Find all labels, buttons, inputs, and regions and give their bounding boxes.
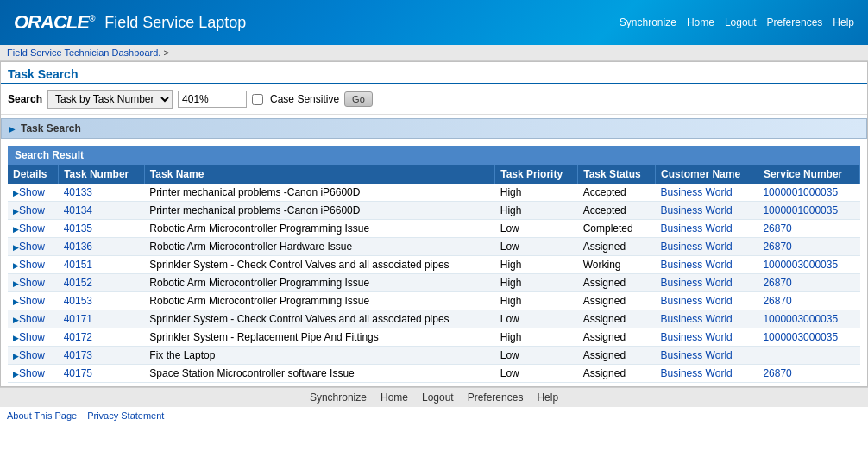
footer-home-link[interactable]: Home [381, 391, 408, 404]
show-link[interactable]: Show [19, 295, 45, 307]
task-number-link[interactable]: 40172 [64, 331, 92, 343]
footer-nav: Synchronize Home Logout Preferences Help [0, 387, 868, 407]
task-priority-cell: High [495, 256, 578, 274]
show-link[interactable]: Show [19, 186, 45, 198]
details-arrow-icon: ▶ [13, 225, 19, 234]
case-sensitive-checkbox[interactable] [252, 94, 263, 105]
table-row: ▶Show40135Robotic Arm Microcontroller Pr… [8, 220, 860, 238]
service-number-link[interactable]: 26870 [763, 241, 791, 253]
service-number-link[interactable]: 26870 [763, 295, 791, 307]
task-number-link[interactable]: 40134 [64, 204, 92, 216]
details-arrow-icon: ▶ [13, 334, 19, 342]
footer-synchronize-link[interactable]: Synchronize [310, 391, 367, 404]
customer-name-link[interactable]: Business World [661, 241, 733, 253]
customer-name-link[interactable]: Business World [661, 222, 733, 235]
table-row: ▶Show40175Space Station Microcontroller … [8, 365, 860, 383]
task-search-section-label: Task Search [21, 122, 81, 135]
col-service-number: Service Number [758, 165, 859, 184]
details-cell: ▶Show [8, 347, 59, 365]
table-row: ▶Show40171Sprinkler System - Check Contr… [8, 310, 860, 328]
task-priority-cell: Low [495, 238, 578, 256]
show-link[interactable]: Show [19, 222, 45, 235]
task-number-link[interactable]: 40175 [64, 367, 92, 379]
task-number-link[interactable]: 40171 [64, 313, 92, 325]
service-number-link[interactable]: 26870 [763, 222, 791, 235]
customer-name-link[interactable]: Business World [661, 313, 733, 325]
customer-name-link[interactable]: Business World [661, 349, 733, 361]
show-link[interactable]: Show [19, 313, 45, 325]
customer-name-link[interactable]: Business World [661, 204, 733, 216]
show-link[interactable]: Show [19, 259, 45, 271]
task-number-link[interactable]: 40136 [64, 241, 92, 253]
task-number-link[interactable]: 40173 [64, 349, 92, 361]
col-task-status: Task Status [578, 165, 656, 184]
task-name-cell: Sprinkler System - Replacement Pipe And … [144, 328, 494, 347]
task-name-cell: Fix the Laptop [144, 347, 494, 365]
task-status-cell: Assigned [578, 238, 656, 256]
task-priority-cell: High [495, 292, 578, 310]
about-page-link[interactable]: About This Page [7, 410, 77, 421]
customer-name-link[interactable]: Business World [661, 295, 733, 307]
table-row: ▶Show40151Sprinkler System - Check Contr… [8, 256, 860, 274]
show-link[interactable]: Show [19, 204, 45, 216]
customer-name-link[interactable]: Business World [661, 331, 733, 343]
task-search-section-header[interactable]: ▶ Task Search [1, 118, 867, 139]
go-button[interactable]: Go [344, 91, 373, 107]
show-link[interactable]: Show [19, 367, 45, 379]
details-cell: ▶Show [8, 310, 59, 328]
task-status-cell: Accepted [578, 202, 656, 220]
task-priority-cell: High [495, 184, 578, 202]
synchronize-link[interactable]: Synchronize [620, 16, 676, 28]
search-label: Search [8, 93, 42, 105]
task-number-link[interactable]: 40153 [64, 295, 92, 307]
table-row: ▶Show40133Printer mechanical problems -C… [8, 184, 860, 202]
table-row: ▶Show40136Robotic Arm Microcontroller Ha… [8, 238, 860, 256]
details-cell: ▶Show [8, 292, 59, 310]
footer-preferences-link[interactable]: Preferences [468, 391, 524, 404]
bottom-bar: About This Page Privacy Statement [0, 407, 868, 424]
preferences-link[interactable]: Preferences [767, 16, 823, 28]
service-number-link[interactable]: 1000001000035 [763, 186, 838, 198]
task-number-link[interactable]: 40135 [64, 222, 92, 235]
trademark-symbol: ® [89, 14, 94, 23]
task-name-cell: Robotic Arm Microcontroller Hardware Iss… [144, 238, 494, 256]
show-link[interactable]: Show [19, 331, 45, 343]
table-row: ▶Show40152Robotic Arm Microcontroller Pr… [8, 274, 860, 292]
service-number-link[interactable]: 26870 [763, 277, 791, 289]
show-link[interactable]: Show [19, 349, 45, 361]
logout-link[interactable]: Logout [725, 16, 757, 28]
service-number-link[interactable]: 26870 [763, 367, 791, 379]
customer-name-link[interactable]: Business World [661, 277, 733, 289]
search-input[interactable] [178, 91, 247, 108]
task-number-link[interactable]: 40133 [64, 186, 92, 198]
logo-area: ORACLE® Field Service Laptop [14, 11, 246, 34]
details-cell: ▶Show [8, 274, 59, 292]
service-number-link[interactable]: 1000003000035 [763, 313, 838, 325]
show-link[interactable]: Show [19, 277, 45, 289]
footer-help-link[interactable]: Help [537, 391, 558, 404]
footer-logout-link[interactable]: Logout [422, 391, 454, 404]
task-number-link[interactable]: 40151 [64, 259, 92, 271]
show-link[interactable]: Show [19, 241, 45, 253]
service-number-cell: 26870 [758, 274, 859, 292]
task-priority-cell: Low [495, 347, 578, 365]
page-title-bar: Task Search [1, 62, 867, 84]
task-name-cell: Sprinkler System - Check Control Valves … [144, 310, 494, 328]
task-priority-cell: Low [495, 310, 578, 328]
page-title: Task Search [8, 67, 860, 81]
customer-name-link[interactable]: Business World [661, 259, 733, 271]
service-number-cell: 1000003000035 [758, 256, 859, 274]
search-bar: Search Task by Task Number Task by Name … [1, 84, 867, 115]
privacy-statement-link[interactable]: Privacy Statement [87, 410, 164, 421]
service-number-link[interactable]: 1000003000035 [763, 259, 838, 271]
col-customer-name: Customer Name [656, 165, 758, 184]
breadcrumb-dashboard-link[interactable]: Field Service Technician Dashboard. [7, 47, 160, 58]
search-type-dropdown[interactable]: Task by Task Number Task by Name Task by… [47, 90, 173, 109]
task-number-link[interactable]: 40152 [64, 277, 92, 289]
customer-name-link[interactable]: Business World [661, 367, 733, 379]
help-link[interactable]: Help [833, 16, 854, 28]
service-number-link[interactable]: 1000003000035 [763, 331, 838, 343]
home-link[interactable]: Home [687, 16, 714, 28]
service-number-link[interactable]: 1000001000035 [763, 204, 838, 216]
customer-name-link[interactable]: Business World [661, 186, 733, 198]
